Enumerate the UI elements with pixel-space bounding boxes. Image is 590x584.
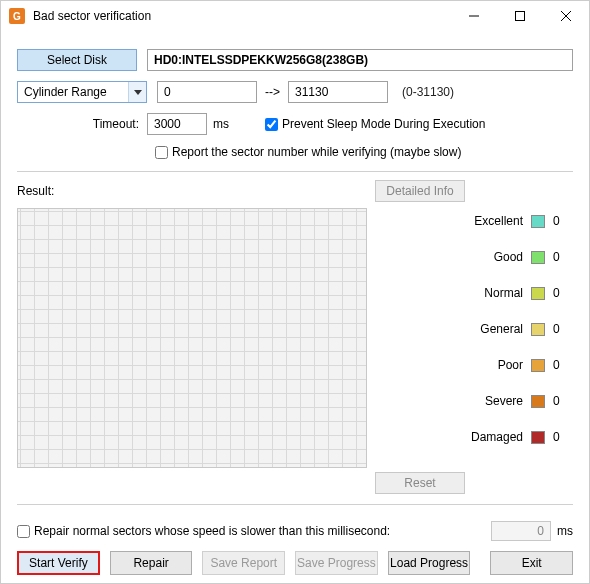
legend-name: Poor bbox=[379, 358, 523, 372]
repair-ms-value bbox=[491, 521, 551, 541]
legend-swatch bbox=[531, 215, 545, 228]
legend-swatch bbox=[531, 395, 545, 408]
legend-count: 0 bbox=[553, 250, 573, 264]
legend: Excellent0Good0Normal0General0Poor0Sever… bbox=[379, 208, 573, 468]
timeout-input[interactable] bbox=[147, 113, 207, 135]
legend-name: Normal bbox=[379, 286, 523, 300]
content: Select Disk HD0:INTELSSDPEKKW256G8(238GB… bbox=[1, 31, 589, 584]
prevent-sleep-checkbox[interactable]: Prevent Sleep Mode During Execution bbox=[265, 117, 485, 131]
range-mode-label: Cylinder Range bbox=[24, 85, 107, 99]
window-title: Bad sector verification bbox=[33, 9, 451, 23]
legend-count: 0 bbox=[553, 394, 573, 408]
timeout-label: Timeout: bbox=[17, 117, 147, 131]
prevent-sleep-label: Prevent Sleep Mode During Execution bbox=[282, 117, 485, 131]
range-start-input[interactable] bbox=[157, 81, 257, 103]
range-end-input[interactable] bbox=[288, 81, 388, 103]
range-mode-select[interactable]: Cylinder Range bbox=[17, 81, 147, 103]
legend-count: 0 bbox=[553, 286, 573, 300]
legend-swatch bbox=[531, 323, 545, 336]
repair-button[interactable]: Repair bbox=[110, 551, 193, 575]
window: G Bad sector verification Select Disk HD… bbox=[0, 0, 590, 584]
window-controls bbox=[451, 1, 589, 31]
legend-row: General0 bbox=[379, 322, 573, 336]
chevron-down-icon bbox=[128, 82, 146, 102]
legend-swatch bbox=[531, 287, 545, 300]
svg-rect-1 bbox=[516, 12, 525, 21]
report-sector-checkbox[interactable]: Report the sector number while verifying… bbox=[155, 145, 461, 159]
minimize-button[interactable] bbox=[451, 1, 497, 31]
legend-swatch bbox=[531, 251, 545, 264]
save-report-button: Save Report bbox=[202, 551, 285, 575]
legend-row: Severe0 bbox=[379, 394, 573, 408]
repair-ms-input[interactable] bbox=[17, 525, 30, 538]
repair-ms-checkbox[interactable]: Repair normal sectors whose speed is slo… bbox=[17, 524, 390, 538]
legend-row: Poor0 bbox=[379, 358, 573, 372]
legend-name: Excellent bbox=[379, 214, 523, 228]
close-button[interactable] bbox=[543, 1, 589, 31]
reset-button: Reset bbox=[375, 472, 465, 494]
range-arrow-label: --> bbox=[265, 85, 280, 99]
save-progress-button: Save Progress bbox=[295, 551, 378, 575]
legend-name: Damaged bbox=[379, 430, 523, 444]
report-sector-input[interactable] bbox=[155, 146, 168, 159]
titlebar[interactable]: G Bad sector verification bbox=[1, 1, 589, 31]
legend-name: Severe bbox=[379, 394, 523, 408]
prevent-sleep-input[interactable] bbox=[265, 118, 278, 131]
button-bar: Start Verify Repair Save Report Save Pro… bbox=[17, 551, 573, 575]
legend-row: Good0 bbox=[379, 250, 573, 264]
result-label: Result: bbox=[17, 184, 375, 198]
legend-count: 0 bbox=[553, 214, 573, 228]
select-disk-button[interactable]: Select Disk bbox=[17, 49, 137, 71]
timeout-unit: ms bbox=[213, 117, 229, 131]
maximize-button[interactable] bbox=[497, 1, 543, 31]
repair-ms-unit: ms bbox=[557, 524, 573, 538]
legend-count: 0 bbox=[553, 322, 573, 336]
start-verify-button[interactable]: Start Verify bbox=[17, 551, 100, 575]
exit-button[interactable]: Exit bbox=[490, 551, 573, 575]
sector-grid bbox=[17, 208, 367, 468]
legend-count: 0 bbox=[553, 430, 573, 444]
range-hint: (0-31130) bbox=[402, 85, 454, 99]
legend-swatch bbox=[531, 431, 545, 444]
legend-count: 0 bbox=[553, 358, 573, 372]
legend-row: Normal0 bbox=[379, 286, 573, 300]
legend-swatch bbox=[531, 359, 545, 372]
detailed-info-button: Detailed Info bbox=[375, 180, 465, 202]
app-icon: G bbox=[9, 8, 25, 24]
legend-name: General bbox=[379, 322, 523, 336]
disk-field: HD0:INTELSSDPEKKW256G8(238GB) bbox=[147, 49, 573, 71]
report-sector-label: Report the sector number while verifying… bbox=[172, 145, 461, 159]
legend-row: Damaged0 bbox=[379, 430, 573, 444]
load-progress-button[interactable]: Load Progress bbox=[388, 551, 471, 575]
legend-name: Good bbox=[379, 250, 523, 264]
separator bbox=[17, 171, 573, 172]
separator-2 bbox=[17, 504, 573, 505]
repair-ms-label: Repair normal sectors whose speed is slo… bbox=[34, 524, 390, 538]
legend-row: Excellent0 bbox=[379, 214, 573, 228]
